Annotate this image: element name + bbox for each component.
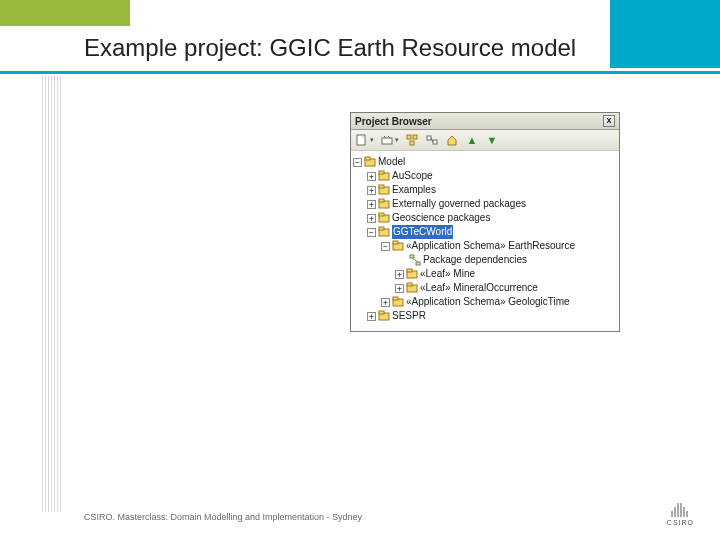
tree-node-label: «Application Schema» GeologicTime bbox=[406, 295, 570, 309]
svg-rect-5 bbox=[427, 136, 431, 140]
package-icon bbox=[392, 240, 404, 252]
svg-rect-12 bbox=[379, 185, 384, 188]
diagram-icon bbox=[409, 254, 421, 266]
tree-item-earthresource[interactable]: − «Application Schema» EarthResource bbox=[353, 239, 617, 253]
svg-rect-14 bbox=[379, 199, 384, 202]
expander-icon[interactable]: − bbox=[367, 228, 376, 237]
svg-rect-24 bbox=[407, 269, 412, 272]
panel-title: Project Browser bbox=[355, 116, 432, 127]
csiro-logo-icon bbox=[670, 501, 690, 517]
package-icon bbox=[378, 170, 390, 182]
tree-node-label: Package dependencies bbox=[423, 253, 527, 267]
project-browser-panel: Project Browser x ▾ ▾ ▲ ▼ − bbox=[350, 112, 620, 332]
tree-node-label: AuScope bbox=[392, 169, 433, 183]
tree-item-leaf-mineraloccurrence[interactable]: + «Leaf» MineralOccurrence bbox=[353, 281, 617, 295]
tree-item-leaf-mine[interactable]: + «Leaf» Mine bbox=[353, 267, 617, 281]
package-icon bbox=[378, 226, 390, 238]
svg-rect-2 bbox=[407, 135, 411, 139]
svg-rect-10 bbox=[379, 171, 384, 174]
tree-item-geoscience-packages[interactable]: + Geoscience packages bbox=[353, 211, 617, 225]
tree-item-ggtecworld[interactable]: − GGTeCWorld bbox=[353, 225, 617, 239]
tree-item-package-dependencies[interactable]: Package dependencies bbox=[353, 253, 617, 267]
tree-node-label: «Leaf» MineralOccurrence bbox=[420, 281, 538, 295]
wizard-icon bbox=[380, 133, 394, 147]
svg-rect-22 bbox=[416, 262, 420, 265]
panel-titlebar[interactable]: Project Browser x bbox=[351, 113, 619, 130]
csiro-logo-text: CSIRO bbox=[667, 519, 694, 526]
svg-rect-4 bbox=[410, 141, 414, 145]
expander-icon[interactable]: + bbox=[367, 186, 376, 195]
expander-icon[interactable]: + bbox=[381, 298, 390, 307]
csiro-logo: CSIRO bbox=[667, 501, 694, 526]
package-icon bbox=[378, 212, 390, 224]
tree-item-auscope[interactable]: + AuScope bbox=[353, 169, 617, 183]
svg-rect-18 bbox=[379, 227, 384, 230]
dropdown-caret-icon: ▾ bbox=[370, 136, 374, 144]
tree-view[interactable]: − Model + AuScope + Examples + Externall… bbox=[351, 151, 619, 331]
slide-banner: Example project: GGIC Earth Resource mod… bbox=[0, 0, 720, 76]
tree-node-label: GGTeCWorld bbox=[392, 225, 453, 239]
package-icon bbox=[378, 184, 390, 196]
panel-toolbar: ▾ ▾ ▲ ▼ bbox=[351, 130, 619, 151]
dropdown-caret-icon: ▾ bbox=[395, 136, 399, 144]
tree-node-label: SESPR bbox=[392, 309, 426, 323]
accent-green-bar bbox=[0, 0, 130, 26]
footer-text: CSIRO. Masterclass: Domain Modelling and… bbox=[84, 512, 362, 522]
tree-node-label: Externally governed packages bbox=[392, 197, 526, 211]
svg-rect-28 bbox=[393, 297, 398, 300]
arrow-down-icon[interactable]: ▼ bbox=[485, 133, 499, 147]
tree-node-label: «Leaf» Mine bbox=[420, 267, 475, 281]
tree-node-label: Examples bbox=[392, 183, 436, 197]
decorative-vertical-lines bbox=[42, 76, 66, 512]
expander-icon[interactable]: − bbox=[353, 158, 362, 167]
tree-item-geologictime[interactable]: + «Application Schema» GeologicTime bbox=[353, 295, 617, 309]
accent-cyan-corner bbox=[610, 0, 720, 68]
close-icon[interactable]: x bbox=[603, 115, 615, 127]
toolbar-wizard-button[interactable]: ▾ bbox=[380, 133, 399, 147]
packages-icon[interactable] bbox=[405, 133, 419, 147]
package-icon bbox=[406, 282, 418, 294]
svg-rect-8 bbox=[365, 157, 370, 160]
toolbar-new-button[interactable]: ▾ bbox=[355, 133, 374, 147]
accent-cyan-rule bbox=[0, 71, 720, 74]
tree-node-label: «Application Schema» EarthResource bbox=[406, 239, 575, 253]
svg-rect-21 bbox=[410, 255, 414, 258]
arrow-up-icon[interactable]: ▲ bbox=[465, 133, 479, 147]
expander-icon[interactable]: + bbox=[395, 270, 404, 279]
svg-rect-1 bbox=[382, 138, 392, 144]
tree-item-sespr[interactable]: + SESPR bbox=[353, 309, 617, 323]
model-icon bbox=[364, 156, 376, 168]
svg-rect-16 bbox=[379, 213, 384, 216]
svg-rect-0 bbox=[357, 135, 365, 145]
svg-rect-20 bbox=[393, 241, 398, 244]
package-icon bbox=[378, 198, 390, 210]
expander-icon[interactable]: + bbox=[367, 172, 376, 181]
tree-item-externally-governed[interactable]: + Externally governed packages bbox=[353, 197, 617, 211]
package-icon bbox=[392, 296, 404, 308]
tree-node-label: Geoscience packages bbox=[392, 211, 490, 225]
tree-root[interactable]: − Model bbox=[353, 155, 617, 169]
svg-rect-26 bbox=[407, 283, 412, 286]
expander-icon[interactable]: + bbox=[367, 214, 376, 223]
new-file-icon bbox=[355, 133, 369, 147]
tree-node-label: Model bbox=[378, 155, 405, 169]
svg-rect-6 bbox=[433, 140, 437, 144]
link-icon[interactable] bbox=[425, 133, 439, 147]
home-icon[interactable] bbox=[445, 133, 459, 147]
expander-icon[interactable]: − bbox=[381, 242, 390, 251]
package-icon bbox=[406, 268, 418, 280]
svg-rect-30 bbox=[379, 311, 384, 314]
expander-icon[interactable]: + bbox=[395, 284, 404, 293]
expander-icon[interactable]: + bbox=[367, 200, 376, 209]
package-icon bbox=[378, 310, 390, 322]
expander-icon[interactable]: + bbox=[367, 312, 376, 321]
svg-rect-3 bbox=[413, 135, 417, 139]
tree-item-examples[interactable]: + Examples bbox=[353, 183, 617, 197]
slide-title: Example project: GGIC Earth Resource mod… bbox=[84, 34, 576, 62]
